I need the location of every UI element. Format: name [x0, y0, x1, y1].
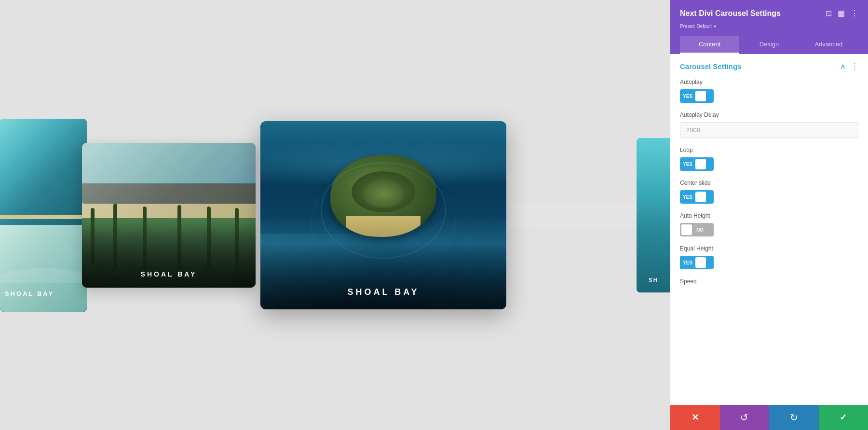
panel-title-icons: ⊡ ▦ ⋮ — [826, 9, 858, 18]
tab-content[interactable]: Content — [680, 36, 739, 54]
speed-setting: Speed — [680, 278, 858, 285]
expand-icon[interactable]: ⊡ — [826, 9, 832, 18]
autoplay-delay-setting: Autoplay Delay — [680, 111, 858, 138]
panel-content: Carousel Settings ∧ ⋮ Autoplay YES Autop… — [670, 54, 868, 405]
save-button[interactable]: ✓ — [819, 405, 868, 430]
redo-button[interactable]: ↻ — [769, 405, 819, 430]
tab-advanced[interactable]: Advanced — [799, 36, 858, 54]
undo-icon: ↺ — [740, 412, 748, 423]
auto-height-setting: Auto Height NO — [680, 212, 858, 236]
section-header: Carousel Settings ∧ ⋮ — [680, 62, 858, 71]
panel-title-row: Next Divi Carousel Settings ⊡ ▦ ⋮ — [680, 9, 858, 18]
loop-label: Loop — [680, 147, 858, 153]
card-right: SH — [637, 138, 670, 292]
equal-height-toggle[interactable]: YES — [680, 256, 714, 269]
center-slide-toggle[interactable]: YES — [680, 190, 714, 204]
panel-tabs: Content Design Advanced — [680, 36, 858, 54]
card-left-image — [82, 143, 256, 288]
card-far-left-image — [0, 119, 87, 312]
auto-height-toggle[interactable]: NO — [680, 223, 714, 236]
autoplay-setting: Autoplay YES — [680, 79, 858, 103]
section-menu-icon[interactable]: ⋮ — [851, 62, 858, 71]
canvas-area: SHOAL BAY SHOAL BAY — [0, 0, 670, 430]
center-slide-setting: Center slide YES — [680, 180, 858, 204]
card-far-left: SHOAL BAY — [0, 119, 87, 312]
autoplay-delay-label: Autoplay Delay — [680, 111, 858, 118]
card-center: SHOAL BAY — [260, 121, 506, 309]
more-icon[interactable]: ⋮ — [851, 9, 858, 18]
preset-selector[interactable]: Preset: Default ▾ — [680, 24, 858, 29]
equal-height-label: Equal Height — [680, 245, 858, 252]
undo-button[interactable]: ↺ — [720, 405, 770, 430]
card-far-left-label: SHOAL BAY — [5, 290, 54, 297]
preset-arrow: ▾ — [714, 24, 716, 29]
cancel-icon: ✕ — [692, 412, 699, 423]
auto-height-no-label: NO — [693, 227, 706, 233]
section-controls: ∧ ⋮ — [840, 62, 858, 71]
autoplay-toggle[interactable]: YES — [680, 89, 714, 103]
section-title: Carousel Settings — [680, 62, 742, 70]
autoplay-label: Autoplay — [680, 79, 858, 85]
action-bar: ✕ ↺ ↻ ✓ — [670, 405, 868, 430]
equal-height-knob — [695, 257, 706, 268]
auto-height-label: Auto Height — [680, 212, 858, 219]
card-right-label: SH — [649, 277, 658, 283]
autoplay-yes-label: YES — [680, 94, 695, 99]
collapse-icon[interactable]: ∧ — [840, 62, 846, 71]
autoplay-delay-input[interactable] — [680, 122, 858, 138]
carousel-container: SHOAL BAY SHOAL BAY — [0, 0, 670, 430]
redo-icon: ↻ — [790, 412, 798, 423]
tab-design[interactable]: Design — [739, 36, 799, 54]
center-slide-knob — [695, 192, 706, 202]
auto-height-knob — [681, 224, 692, 235]
loop-knob — [695, 159, 706, 169]
loop-toggle[interactable]: YES — [680, 157, 714, 171]
cancel-button[interactable]: ✕ — [670, 405, 720, 430]
columns-icon[interactable]: ▦ — [838, 9, 845, 18]
card-left-label: SHOAL BAY — [141, 270, 197, 278]
card-left: SHOAL BAY — [82, 143, 256, 288]
preset-label: Preset: Default — [680, 24, 712, 29]
center-slide-label: Center slide — [680, 180, 858, 186]
loop-setting: Loop YES — [680, 147, 858, 171]
equal-height-setting: Equal Height YES — [680, 245, 858, 269]
panel-title: Next Divi Carousel Settings — [680, 9, 781, 18]
center-slide-yes-label: YES — [680, 194, 695, 200]
equal-height-yes-label: YES — [680, 260, 695, 265]
speed-label: Speed — [680, 278, 858, 285]
settings-panel: Next Divi Carousel Settings ⊡ ▦ ⋮ Preset… — [670, 0, 868, 430]
loop-yes-label: YES — [680, 162, 695, 167]
card-center-label: SHOAL BAY — [347, 287, 419, 297]
save-icon: ✓ — [840, 412, 847, 423]
panel-header: Next Divi Carousel Settings ⊡ ▦ ⋮ Preset… — [670, 0, 868, 54]
card-right-image — [637, 138, 670, 292]
card-center-image — [260, 121, 506, 309]
autoplay-knob — [695, 91, 706, 101]
carousel-settings-section: Carousel Settings ∧ ⋮ Autoplay YES Autop… — [670, 54, 868, 301]
